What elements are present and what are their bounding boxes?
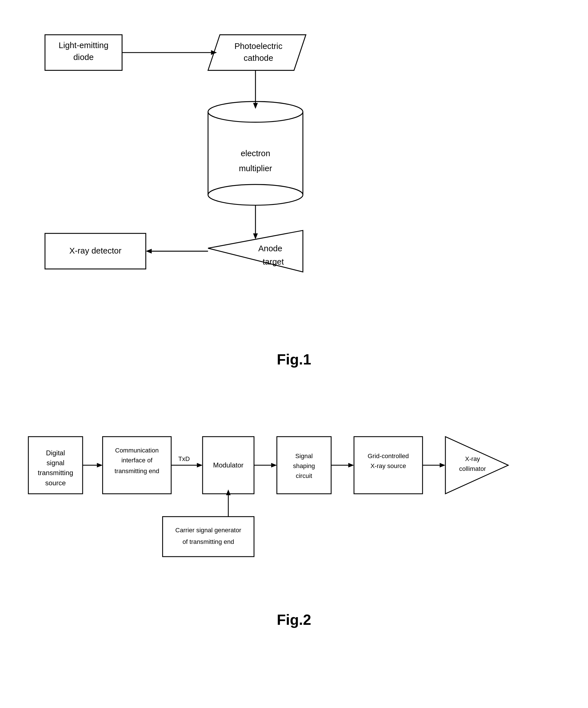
txd-label: TxD bbox=[178, 455, 190, 462]
electron-label2: multiplier bbox=[239, 164, 272, 173]
svg-marker-15 bbox=[146, 249, 152, 254]
svg-rect-33 bbox=[163, 517, 254, 557]
photoelectric-label2: cathode bbox=[244, 53, 273, 62]
svg-marker-35 bbox=[226, 490, 231, 495]
comm-interface-label2: interface of bbox=[121, 457, 153, 464]
digital-signal-label3: transmitting bbox=[38, 469, 73, 476]
digital-signal-label4: source bbox=[45, 479, 66, 487]
carrier-signal-label2: of transmitting end bbox=[182, 538, 234, 545]
led-label: Light-emitting bbox=[59, 40, 108, 50]
xray-collimator-label: X-ray bbox=[465, 455, 480, 462]
led-label2: diode bbox=[73, 52, 94, 62]
svg-marker-28 bbox=[348, 463, 354, 468]
grid-controlled-label2: X-ray source bbox=[371, 462, 406, 469]
electron-label: electron bbox=[241, 149, 270, 158]
digital-signal-label2: signal bbox=[47, 459, 64, 467]
comm-interface-label3: transmitting end bbox=[115, 468, 159, 475]
xray-detector-label: X-ray detector bbox=[69, 246, 121, 255]
photoelectric-label: Photoelectric bbox=[235, 41, 283, 51]
page: Light-emitting diode Photoelectric catho… bbox=[0, 0, 588, 708]
anode-label2: target bbox=[263, 257, 284, 266]
svg-point-10 bbox=[208, 184, 303, 205]
comm-interface-label: Communication bbox=[115, 447, 159, 454]
fig1-label: Fig.1 bbox=[23, 351, 565, 368]
carrier-signal-label: Carrier signal generator bbox=[175, 527, 242, 534]
grid-controlled-label: Grid-controlled bbox=[368, 452, 409, 460]
svg-marker-12 bbox=[253, 233, 258, 239]
svg-marker-19 bbox=[97, 463, 102, 468]
signal-shaping-label3: circuit bbox=[296, 472, 312, 479]
anode-label: Anode bbox=[258, 244, 283, 253]
fig2-label: Fig.2 bbox=[23, 611, 565, 628]
signal-shaping-label2: shaping bbox=[293, 462, 315, 469]
fig2-diagram: Digital signal transmitting source Commu… bbox=[23, 396, 565, 594]
svg-marker-31 bbox=[440, 463, 445, 468]
svg-rect-20 bbox=[103, 437, 171, 494]
svg-marker-25 bbox=[271, 463, 277, 468]
svg-marker-5 bbox=[253, 103, 258, 109]
svg-marker-3 bbox=[208, 35, 306, 70]
digital-signal-label: Digital bbox=[46, 449, 65, 457]
fig1-diagram: Light-emitting diode Photoelectric catho… bbox=[23, 17, 565, 328]
modulator-label: Modulator bbox=[213, 461, 244, 469]
signal-shaping-label: Signal bbox=[295, 452, 313, 460]
xray-collimator-label2: collimator bbox=[459, 465, 486, 472]
svg-marker-22 bbox=[197, 463, 203, 468]
